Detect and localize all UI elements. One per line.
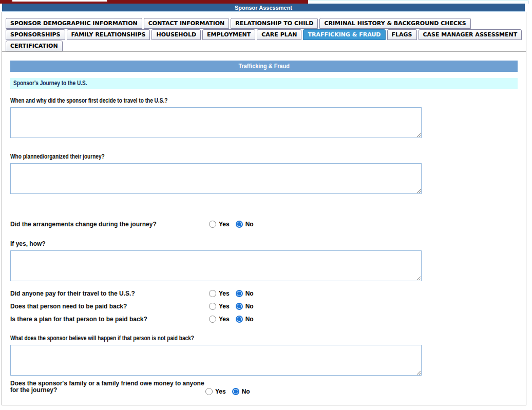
- travel-decision-textarea[interactable]: [10, 107, 422, 138]
- tab-row-1: SPONSOR DEMOGRAPHIC INFORMATION CONTACT …: [6, 17, 526, 29]
- radiogroup-family-owe: Yes No: [205, 388, 250, 395]
- question-anyone-pay-row: Did anyone pay for their travel to the U…: [10, 290, 518, 297]
- if-yes-how-textarea[interactable]: [10, 250, 422, 281]
- question-planned-journey-label: Who planned/organized their journey?: [10, 153, 518, 160]
- tab-sponsor-demographic-information[interactable]: SPONSOR DEMOGRAPHIC INFORMATION: [6, 18, 142, 29]
- radio-no[interactable]: [236, 303, 243, 310]
- section-title: Trafficking & Fraud: [238, 61, 290, 72]
- radio-yes-label[interactable]: Yes: [219, 316, 230, 323]
- radio-yes-label[interactable]: Yes: [215, 388, 226, 395]
- tab-case-manager-assessment[interactable]: CASE MANAGER ASSESSMENT: [419, 29, 522, 40]
- question-arrangements-change-label: Did the arrangements change during the j…: [10, 221, 209, 228]
- radio-yes-label[interactable]: Yes: [219, 303, 230, 310]
- tab-sponsorships[interactable]: SPONSORSHIPS: [6, 29, 65, 40]
- radio-no-label[interactable]: No: [242, 388, 250, 395]
- radiogroup-arrangements-change: Yes No: [209, 221, 254, 228]
- planned-journey-textarea[interactable]: [10, 163, 422, 194]
- radio-no[interactable]: [236, 316, 243, 323]
- radio-no[interactable]: [232, 388, 239, 395]
- tab-care-plan[interactable]: CARE PLAN: [257, 29, 301, 40]
- question-travel-decision-label: When and why did the sponsor first decid…: [10, 97, 518, 104]
- tab-criminal-history-background-checks[interactable]: CRIMINAL HISTORY & BACKGROUND CHECKS: [319, 18, 470, 29]
- radio-no-label[interactable]: No: [245, 303, 254, 310]
- question-plan-paid-back-label: Is there a plan for that person to be pa…: [10, 316, 209, 323]
- tab-family-relationships[interactable]: FAMILY RELATIONSHIPS: [67, 29, 150, 40]
- radio-yes[interactable]: [209, 221, 216, 228]
- tab-row-3: CERTIFICATION: [6, 40, 526, 51]
- subsection-title: Sponsor's Journey to the U.S.: [13, 78, 87, 89]
- question-family-owe-row: Does the sponsor's family or a family fr…: [10, 380, 518, 394]
- question-not-paid-back-label: What does the sponsor believe will happe…: [10, 335, 518, 342]
- page: Sponsor Assessment SPONSOR DEMOGRAPHIC I…: [0, 0, 532, 410]
- top-cropped-bar-right: [308, 0, 528, 4]
- page-title: Sponsor Assessment: [235, 5, 292, 11]
- tab-row-2: SPONSORSHIPS FAMILY RELATIONSHIPS HOUSEH…: [6, 29, 526, 40]
- radio-yes-label[interactable]: Yes: [219, 290, 230, 297]
- top-cropped-bar: [0, 0, 308, 4]
- question-need-paid-back-row: Does that person need to be paid back? Y…: [10, 303, 518, 310]
- radio-no-label[interactable]: No: [245, 290, 254, 297]
- content-panel: Trafficking & Fraud Sponsor's Journey to…: [2, 51, 526, 394]
- question-need-paid-back-label: Does that person need to be paid back?: [10, 303, 209, 310]
- question-if-yes-how-label: If yes, how?: [10, 241, 518, 247]
- section-header: Trafficking & Fraud: [10, 61, 518, 72]
- not-paid-back-textarea[interactable]: [10, 345, 422, 376]
- question-family-owe-label: Does the sponsor's family or a family fr…: [10, 380, 205, 394]
- tab-contact-information[interactable]: CONTACT INFORMATION: [144, 18, 230, 29]
- radiogroup-need-paid-back: Yes No: [209, 303, 254, 310]
- radio-no[interactable]: [236, 221, 243, 228]
- radio-no-label[interactable]: No: [245, 221, 254, 228]
- radiogroup-anyone-pay: Yes No: [209, 290, 254, 297]
- question-arrangements-change-row: Did the arrangements change during the j…: [10, 221, 518, 228]
- tab-relationship-to-child[interactable]: RELATIONSHIP TO CHILD: [231, 18, 318, 29]
- radio-yes[interactable]: [209, 290, 216, 297]
- radio-no[interactable]: [236, 290, 243, 297]
- radio-yes[interactable]: [205, 388, 213, 395]
- question-anyone-pay-label: Did anyone pay for their travel to the U…: [10, 290, 209, 297]
- tab-flags[interactable]: FLAGS: [387, 29, 417, 40]
- page-title-bar: Sponsor Assessment: [2, 4, 525, 12]
- tab-strip: SPONSOR DEMOGRAPHIC INFORMATION CONTACT …: [2, 12, 526, 51]
- tab-trafficking-fraud[interactable]: TRAFFICKING & FRAUD: [303, 29, 385, 40]
- radiogroup-plan-paid-back: Yes No: [209, 316, 254, 323]
- tab-employment[interactable]: EMPLOYMENT: [202, 29, 255, 40]
- radio-yes[interactable]: [209, 303, 216, 310]
- radio-yes-label[interactable]: Yes: [219, 221, 230, 228]
- top-cropped-field: [11, 0, 108, 3]
- radio-yes[interactable]: [209, 316, 216, 323]
- tab-certification[interactable]: CERTIFICATION: [6, 41, 63, 51]
- question-plan-paid-back-row: Is there a plan for that person to be pa…: [10, 316, 518, 323]
- subsection-header: Sponsor's Journey to the U.S.: [10, 78, 518, 89]
- tab-household[interactable]: HOUSEHOLD: [151, 29, 201, 40]
- radio-no-label[interactable]: No: [245, 316, 254, 323]
- main-frame: SPONSOR DEMOGRAPHIC INFORMATION CONTACT …: [2, 12, 526, 405]
